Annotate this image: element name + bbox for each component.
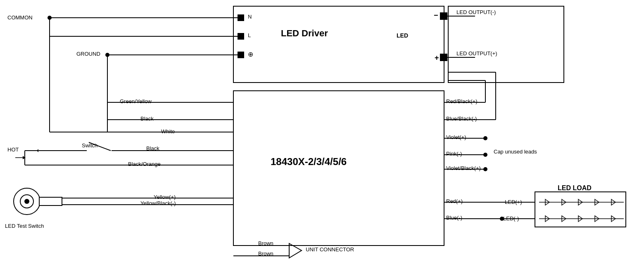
svg-rect-2 [448,6,564,83]
ground-terminal-label: ⊕ [248,50,253,58]
n-terminal-label: N [248,14,252,20]
svg-rect-3 [238,14,244,21]
svg-rect-33 [39,197,62,206]
led-load-label: LED LOAD [558,184,592,192]
brown1-label: Brown [258,240,273,246]
black-orange-wire-label: Black/Orange [128,161,161,167]
blue-neg-wire-label: Blue(-) [446,215,462,221]
led-sub-label: LED [397,32,408,39]
black-wire2-label: Black [146,145,159,151]
diagram-svg [0,0,644,274]
svg-point-32 [24,199,29,204]
model-number-label: 18430X-2/3/4/5/6 [271,156,347,168]
svg-rect-1 [233,91,444,246]
led-output-pos-label: LED OUTPUT(+) [456,50,497,57]
svg-rect-7 [440,54,447,61]
green-yellow-wire-label: Green/Yellow [120,98,152,104]
svg-rect-5 [238,52,244,58]
ground-label: GROUND [76,51,100,57]
minus-terminal-label: − [434,11,438,20]
svg-rect-4 [238,33,244,40]
l-terminal-label: L [248,32,251,38]
red-pos-wire-label: Red(+) [446,198,463,204]
unit-connector-label: UNIT CONNECTOR [306,246,354,253]
pink-neg-wire-label: Pink(-) [446,151,462,157]
violet-black-wire-label: Violet/Black(+) [446,165,481,171]
black-wire1-label: Black [140,116,154,122]
common-label: COMMON [7,14,33,21]
yellow-black-wire-label: Yellow/Black(-) [140,200,176,206]
svg-point-43 [483,167,487,171]
svg-point-41 [483,153,487,157]
red-black-wire-label: Red/Black(+) [446,98,478,104]
violet-pos-wire-label: Violet(+) [446,134,466,140]
hot-label: HOT [7,146,19,153]
led-output-neg-label: LED OUTPUT(-) [456,9,496,15]
led-test-switch-label: LED Test Switch [5,223,44,229]
wiring-diagram: COMMON GROUND HOT Switch LED Test Switch… [0,0,644,274]
led-neg-label: LED(-) [503,215,519,222]
svg-rect-6 [440,12,447,20]
yellow-pos-wire-label: Yellow(+) [154,194,176,200]
led-driver-title: LED Driver [281,28,328,39]
svg-rect-0 [233,6,444,83]
plus-terminal-label: + [435,54,439,62]
svg-rect-47 [535,192,626,227]
white-wire-label: White [161,128,175,135]
led-pos-label: LED(+) [505,199,522,205]
cap-unused-label: Cap unused leads [494,149,537,155]
blue-black-wire-label: Blue/Black(-) [446,116,477,122]
svg-point-39 [483,136,487,140]
switch-label: Switch [82,142,97,149]
brown2-label: Brown [258,250,273,257]
